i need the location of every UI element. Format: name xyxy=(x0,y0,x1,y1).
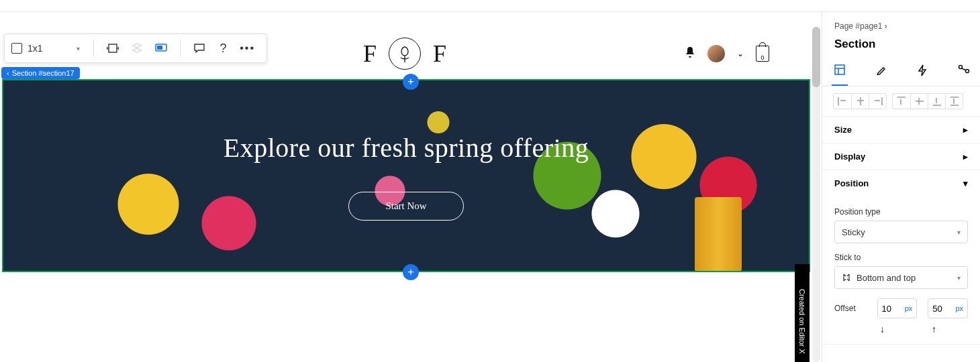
stick-to-label: Stick to xyxy=(834,253,968,262)
chevron-down-icon: ▾ xyxy=(957,274,961,282)
offset-input-2[interactable]: 50px xyxy=(928,298,968,318)
panel-tabs xyxy=(822,59,980,86)
chevron-down-icon: ▾ xyxy=(963,178,968,188)
fit-width-icon[interactable] xyxy=(106,42,119,55)
site-logo: F F xyxy=(363,38,446,70)
chevron-right-icon: ▸ xyxy=(963,152,968,162)
chevron-right-icon: ▸ xyxy=(963,125,968,135)
bag-icon[interactable]: 0 xyxy=(756,46,769,62)
hero-section[interactable]: Explore our fresh spring offering Start … xyxy=(2,79,810,272)
section-breadcrumb[interactable]: ‹ Section #section17 xyxy=(1,67,80,79)
chevron-down-icon[interactable]: ▾ xyxy=(77,45,80,52)
accordion-display: Display▸ xyxy=(822,143,980,170)
align-top-icon[interactable] xyxy=(893,94,910,109)
grid-label[interactable]: 1x1 xyxy=(28,43,43,54)
svg-rect-0 xyxy=(109,44,117,52)
chevron-right-icon: › xyxy=(885,21,887,31)
chevron-down-icon[interactable]: ⌄ xyxy=(737,49,744,58)
stick-icon xyxy=(842,272,851,283)
align-left-icon[interactable] xyxy=(834,94,851,109)
more-icon[interactable]: ••• xyxy=(241,42,254,55)
position-type-label: Position type xyxy=(834,207,968,217)
comment-icon[interactable] xyxy=(193,42,206,55)
svg-rect-2 xyxy=(157,46,162,50)
chevron-down-icon: ▾ xyxy=(957,229,961,236)
bell-icon[interactable] xyxy=(685,46,695,61)
scrollbar-track[interactable] xyxy=(812,27,820,362)
accordion-position: Position▾ Position type Sticky▾ Stick to… xyxy=(822,170,980,345)
panel-breadcrumb[interactable]: Page #page1 › xyxy=(822,12,980,38)
accordion-display-head[interactable]: Display▸ xyxy=(822,143,980,170)
vase-decor xyxy=(695,197,742,271)
section-toolbar: 1x1 ▾ ? ••• xyxy=(4,34,267,63)
arrow-down-icon: ↓ xyxy=(880,324,885,335)
align-right-icon[interactable] xyxy=(869,94,886,109)
flower-icon xyxy=(389,38,421,70)
grid-icon[interactable] xyxy=(11,43,22,54)
editor-x-badge: Created on Editor X xyxy=(795,264,810,362)
align-center-h-icon[interactable] xyxy=(851,94,869,109)
logo-letter-left: F xyxy=(363,40,377,68)
svg-rect-3 xyxy=(835,65,844,74)
stick-to-select[interactable]: Bottom and top ▾ xyxy=(834,266,968,289)
svg-point-5 xyxy=(966,70,969,73)
scrollbar-thumb[interactable] xyxy=(812,27,820,87)
panel-title: Section xyxy=(822,38,980,59)
hero-headline: Explore our fresh spring offering xyxy=(224,131,589,165)
align-stretch-icon[interactable] xyxy=(945,94,963,109)
avatar[interactable] xyxy=(707,45,725,62)
svg-point-4 xyxy=(959,66,963,69)
chevron-left-icon: ‹ xyxy=(7,69,9,77)
offset-label: Offset xyxy=(834,304,867,313)
logo-letter-right: F xyxy=(433,40,446,68)
help-icon[interactable]: ? xyxy=(217,42,230,55)
start-now-button[interactable]: Start Now xyxy=(348,192,463,221)
add-section-top[interactable]: + xyxy=(403,74,419,90)
align-bottom-icon[interactable] xyxy=(928,94,945,109)
inspector-panel: Page #page1 › Section xyxy=(822,12,980,362)
add-section-bottom[interactable]: + xyxy=(403,264,419,280)
device-icon[interactable] xyxy=(154,42,168,55)
layers-icon[interactable] xyxy=(130,42,144,55)
accordion-position-head[interactable]: Position▾ xyxy=(822,170,980,196)
tab-advanced[interactable] xyxy=(955,59,973,86)
align-center-v-icon[interactable] xyxy=(910,94,928,109)
tab-design[interactable] xyxy=(873,59,889,86)
accordion-size: Size▸ xyxy=(822,117,980,143)
offset-input-1[interactable]: 10px xyxy=(877,298,918,318)
accordion-size-head[interactable]: Size▸ xyxy=(822,117,980,143)
tab-layout[interactable] xyxy=(832,59,848,86)
tab-interactions[interactable] xyxy=(915,59,930,86)
position-type-select[interactable]: Sticky▾ xyxy=(834,221,968,243)
alignment-row xyxy=(822,86,980,117)
arrow-up-icon: ↑ xyxy=(932,324,936,335)
